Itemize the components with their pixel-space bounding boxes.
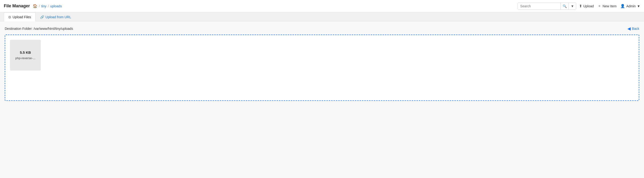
tab-upload-files[interactable]: ⊙ Upload Files xyxy=(4,12,36,21)
file-name: php-reverse-... xyxy=(16,56,36,60)
new-item-button[interactable]: ＋ New Item xyxy=(598,3,616,8)
search-dropdown-button[interactable]: ▼ xyxy=(568,3,576,9)
upload-label: Upload xyxy=(583,4,594,8)
tabs-bar: ⊙ Upload Files 🔗 Upload from URL xyxy=(0,12,644,21)
home-icon[interactable]: 🏠 xyxy=(33,4,38,8)
file-tile[interactable]: 5.5 KB php-reverse-... xyxy=(10,40,41,71)
upload-files-tab-label: Upload Files xyxy=(12,15,31,19)
new-item-label: New Item xyxy=(602,4,616,8)
breadcrumb-separator-2: / xyxy=(48,4,49,8)
breadcrumb-link-tiny[interactable]: tiny xyxy=(41,4,46,8)
navbar: File Manager 🏠 / tiny / uploads 🔍 ▼ ⬆ Up… xyxy=(0,0,644,12)
back-icon: ◀ xyxy=(628,26,631,31)
admin-chevron-icon: ▼ xyxy=(637,4,640,8)
admin-button[interactable]: 👤 Admin ▼ xyxy=(620,4,640,8)
file-size: 5.5 KB xyxy=(20,50,31,54)
destination-row: Destination Folder: /var/www/html/tiny/u… xyxy=(5,26,639,31)
breadcrumb-separator-1: / xyxy=(39,4,40,8)
back-button[interactable]: ◀ Back xyxy=(628,26,639,31)
app-title: File Manager xyxy=(4,3,30,8)
content-area: Destination Folder: /var/www/html/tiny/u… xyxy=(0,21,644,176)
admin-label: Admin xyxy=(626,4,636,8)
breadcrumb-link-uploads[interactable]: uploads xyxy=(50,4,62,8)
tab-upload-from-url[interactable]: 🔗 Upload from URL xyxy=(36,12,76,21)
search-input[interactable] xyxy=(518,3,560,9)
admin-icon: 👤 xyxy=(620,4,625,8)
upload-files-tab-icon: ⊙ xyxy=(8,15,11,19)
drop-zone[interactable]: 5.5 KB php-reverse-... xyxy=(5,34,639,101)
upload-url-tab-icon: 🔗 xyxy=(40,15,44,19)
upload-button[interactable]: ⬆ Upload xyxy=(579,4,594,8)
search-button[interactable]: 🔍 xyxy=(560,3,568,9)
back-label: Back xyxy=(632,27,639,30)
upload-icon: ⬆ xyxy=(579,4,582,8)
upload-url-tab-label: Upload from URL xyxy=(46,15,71,19)
destination-label: Destination Folder: /var/www/html/tiny/u… xyxy=(5,27,73,30)
breadcrumb: 🏠 / tiny / uploads xyxy=(33,4,62,8)
new-item-icon: ＋ xyxy=(598,3,601,8)
search-container: 🔍 ▼ xyxy=(518,2,576,10)
navbar-actions: ⬆ Upload ＋ New Item 👤 Admin ▼ xyxy=(579,3,640,8)
